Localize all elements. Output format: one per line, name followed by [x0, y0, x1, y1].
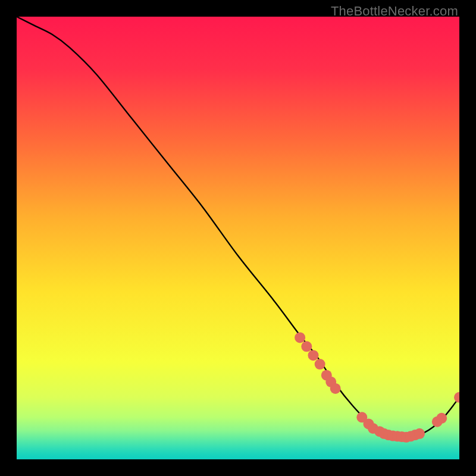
marker-dot [315, 359, 325, 369]
marker-dot [301, 341, 312, 352]
markers-group [295, 332, 459, 442]
watermark-text: TheBottleNecker.com [331, 4, 458, 19]
marker-dot [308, 350, 318, 361]
marker-dot [436, 413, 447, 424]
marker-dot [330, 383, 341, 394]
curve-layer [17, 17, 459, 459]
marker-dot [454, 392, 459, 403]
marker-dot [295, 332, 305, 343]
chart-stage: TheBottleNecker.com [0, 0, 476, 476]
marker-dot [414, 428, 425, 439]
bottleneck-curve [17, 17, 459, 437]
plot-area [17, 17, 459, 459]
